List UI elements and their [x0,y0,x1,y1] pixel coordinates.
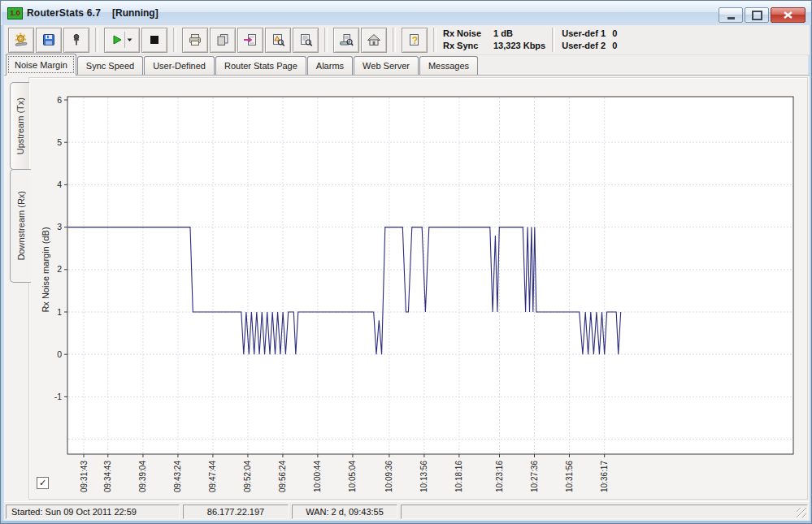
rx-noise-label: Rx Noise [443,28,493,40]
print-preview-button[interactable] [293,28,319,53]
rx-noise-value: 1 dB [493,28,513,40]
app-icon: 1.0 [7,7,23,19]
svg-text:09:34:43: 09:34:43 [103,461,112,492]
maximize-icon [752,11,762,20]
copy-icon [215,32,230,47]
settings-icon [14,32,28,47]
running-status: [Running] [112,7,158,19]
noise-margin-page: -1012345609:31:4309:34:4309:39:0409:43:2… [4,75,810,501]
router-stats-view-icon [339,32,354,47]
export-button[interactable] [237,28,263,53]
side-tab-upstream[interactable]: Upstream (Tx) [10,82,29,170]
svg-text:Rx Noise margin (dB): Rx Noise margin (dB) [41,227,50,312]
minimize-icon [727,17,735,19]
tab-messages[interactable]: Messages [419,56,478,75]
tab-user-defined[interactable]: User-Defined [144,56,215,75]
svg-text:4: 4 [57,180,62,189]
svg-text:-1: -1 [54,392,62,401]
pin-icon [69,32,84,47]
svg-text:10:36:17: 10:36:17 [600,461,609,492]
toolbar: ? Rx Noise1 dB Rx Sync13,323 Kbps User-d… [4,25,810,55]
svg-text:3: 3 [57,222,62,232]
svg-text:2: 2 [57,264,62,274]
print-preview-icon [298,32,313,47]
stop-button[interactable] [141,28,167,53]
toolbar-separator [552,28,555,52]
side-tab-downstream[interactable]: Downstream (Rx) [10,169,31,283]
tab-noise-margin[interactable]: Noise Margin [6,54,76,76]
status-ip: 86.177.22.197 [183,505,289,519]
status-empty [401,505,808,519]
tab-web-server[interactable]: Web Server [354,56,419,75]
rx-sync-label: Rx Sync [443,40,493,52]
autoscale-checkbox[interactable]: ✓ [37,477,49,489]
routerstats-window: 1.0 RouterStats 6.7 [Running] [0,0,812,524]
settings-button[interactable] [8,28,34,53]
home-icon [367,32,381,47]
tab-sync-speed[interactable]: Sync Speed [77,56,143,75]
titlebar[interactable]: 1.0 RouterStats 6.7 [Running] [2,1,812,25]
status-bar: Started: Sun 09 Oct 2011 22:59 86.177.22… [4,501,810,521]
export-icon [243,32,258,47]
window-frame-bottom [1,521,812,524]
save-button[interactable] [36,28,62,53]
window-title: RouterStats 6.7 [27,7,101,19]
minimize-button[interactable] [719,7,743,23]
maximize-button[interactable] [745,7,769,23]
start-icon [111,34,123,45]
svg-text:10:13:56: 10:13:56 [419,461,428,492]
svg-text:09:39:04: 09:39:04 [138,461,147,492]
home-button[interactable] [361,28,387,53]
status-wan: WAN: 2 d, 09:43:55 [292,505,397,519]
svg-text:10:00:44: 10:00:44 [313,461,322,492]
save-icon [41,32,56,47]
alarm-preview-button[interactable] [265,28,291,53]
userdef1-value: 0 [612,28,617,40]
print-icon [188,32,202,47]
userdef1-label: User-def 1 [562,28,612,40]
userdef-info-panel: User-def 10 User-def 20 [562,27,659,53]
userdef2-label: User-def 2 [562,40,612,52]
copy-button[interactable] [210,28,236,53]
svg-text:6: 6 [57,95,62,105]
svg-text:09:31:43: 09:31:43 [80,461,89,492]
start-dropdown-icon[interactable] [127,38,132,42]
close-icon [784,11,792,19]
alarm-preview-icon [271,32,285,47]
tab-router-stats-page[interactable]: Router Stats Page [215,56,306,75]
svg-text:10:09:36: 10:09:36 [384,461,393,492]
noise-margin-chart: -1012345609:31:4309:34:4309:39:0409:43:2… [4,76,810,502]
status-started: Started: Sun 09 Oct 2011 22:59 [6,505,180,519]
svg-text:5: 5 [57,137,62,147]
help-icon: ? [407,32,422,47]
rx-sync-value: 13,323 Kbps [493,40,545,52]
toolbar-separator [433,28,436,52]
svg-text:10:18:16: 10:18:16 [454,461,463,492]
rx-info-panel: Rx Noise1 dB Rx Sync13,323 Kbps [443,27,545,53]
svg-text:10:05:04: 10:05:04 [348,461,357,492]
close-button[interactable] [771,7,805,23]
svg-text:10:23:16: 10:23:16 [495,461,504,492]
svg-text:09:56:24: 09:56:24 [278,461,287,492]
svg-text:10:27:36: 10:27:36 [530,461,539,492]
toolbar-separator [324,28,328,52]
tab-bar: Noise Margin Sync Speed User-Defined Rou… [4,54,810,75]
help-button[interactable]: ? [402,28,428,53]
svg-text:0: 0 [57,349,62,359]
start-button[interactable] [104,28,140,53]
resize-grip[interactable] [797,508,806,518]
print-button[interactable] [182,28,208,53]
svg-text:09:52:04: 09:52:04 [243,461,252,492]
toolbar-separator [393,28,396,52]
toolbar-separator [173,28,176,52]
svg-text:09:43:24: 09:43:24 [173,461,182,492]
pin-button[interactable] [63,28,89,53]
svg-text:10:31:56: 10:31:56 [565,461,574,492]
userdef2-value: 0 [612,40,617,52]
svg-text:1: 1 [57,307,62,317]
tab-alarms[interactable]: Alarms [307,56,353,75]
svg-text:09:47:44: 09:47:44 [208,461,217,492]
stop-icon [147,32,162,47]
svg-text:?: ? [412,35,418,46]
router-stats-view-button[interactable] [333,28,359,53]
